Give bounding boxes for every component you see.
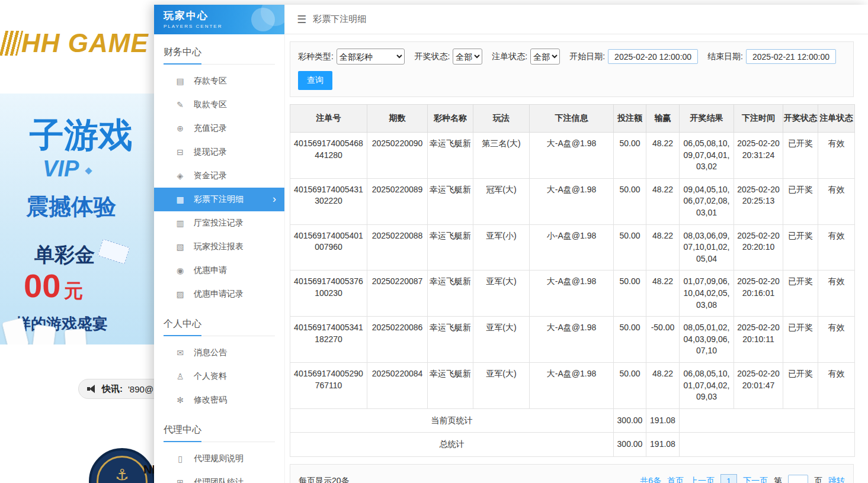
lottery-name-cell: 幸运飞艇新 <box>428 224 473 271</box>
period-cell: 20250220087 <box>367 271 428 317</box>
mahjong-tile-icon <box>31 324 56 344</box>
menu-icon[interactable]: ☰ <box>297 13 306 26</box>
sidebar-item-label: 代理团队统计 <box>194 477 244 483</box>
page-jump-input[interactable] <box>788 475 808 483</box>
win-loss-cell: 48.22 <box>646 133 680 179</box>
sidebar-item-label: 厅室投注记录 <box>194 218 244 228</box>
table-body: 40156917400546844128020250220090幸运飞艇新第三名… <box>290 133 855 457</box>
period-cell: 20250220089 <box>367 178 428 224</box>
sidebar-item-profile[interactable]: ♙个人资料 <box>154 365 284 388</box>
sidebar-item-messages[interactable]: ✉消息公告 <box>154 341 284 365</box>
logo-text: HH GAME <box>21 28 149 58</box>
draw-result-cell: 06,05,08,10,09,07,04,01,03,02 <box>680 133 734 179</box>
sidebar-item-recharge-records[interactable]: ⊕充值记录 <box>154 117 284 140</box>
logo-stripes-icon <box>0 31 23 56</box>
summary-row: 当前页统计300.00191.08 <box>290 408 855 433</box>
column-header: 注单号 <box>290 105 367 133</box>
column-header: 下注时间 <box>734 105 783 133</box>
jump-link[interactable]: 跳转 <box>828 476 845 483</box>
column-header: 彩种名称 <box>428 105 473 133</box>
bet-time-cell: 2025-02-20 20:16:01 <box>734 271 783 317</box>
win-loss-cell: 48.22 <box>646 271 680 317</box>
message-icon: ✉ <box>175 348 185 358</box>
sidebar-section-title: 代理中心 <box>164 424 275 442</box>
start-date-input[interactable] <box>608 49 698 64</box>
sidebar-item-deposit-zone[interactable]: ▤存款专区 <box>154 69 284 93</box>
bets-table: 注单号期数彩种名称玩法下注信息投注额输赢开奖结果下注时间开奖状态注单状态 401… <box>290 104 855 457</box>
sidebar-item-label: 优惠申请 <box>194 265 227 276</box>
sidebar-item-hall-bet-records[interactable]: ▥厅室投注记录 <box>154 211 284 235</box>
bet-info-cell: 大-A盘@1.98 <box>530 133 614 179</box>
banner-text-feast: 样的游戏盛宴 <box>15 314 108 334</box>
voucher-icon <box>98 239 130 264</box>
draw-status-cell: 已开奖 <box>783 133 818 179</box>
bet-id-cell: 401569174005341182270 <box>290 317 367 363</box>
total-count: 共6条 <box>640 476 661 483</box>
content-area: 彩种类型: 全部彩种 开奖状态: 全部 注单状态: 全部 开始日期: <box>285 34 868 483</box>
play-type-cell: 亚军(大) <box>473 317 530 363</box>
lottery-name-cell: 幸运飞艇新 <box>428 178 473 224</box>
play-type-cell: 冠军(大) <box>473 178 530 224</box>
banner-text-amount: 00元 <box>24 266 83 305</box>
query-button[interactable]: 查询 <box>298 71 332 90</box>
bet-amount-cell: 50.00 <box>614 224 646 271</box>
sidebar-item-withdrawal-records[interactable]: ⊟提现记录 <box>154 140 284 164</box>
prev-page-link[interactable]: 上一页 <box>690 476 715 483</box>
column-header: 输赢 <box>646 105 680 133</box>
bet-amount-cell: 50.00 <box>614 362 646 408</box>
column-header: 期数 <box>367 105 428 133</box>
play-type-cell: 第三名(大) <box>473 133 530 179</box>
lottery-type-select[interactable]: 全部彩种 <box>337 49 405 65</box>
banner-text-bonus: 单彩金 <box>34 242 95 269</box>
sidebar: 玩家中心 PLAYERS CENTER 财务中心▤存款专区✎取款专区⊕充值记录⊟… <box>154 5 285 483</box>
sidebar-item-label: 消息公告 <box>194 347 227 358</box>
sidebar-section-title: 个人中心 <box>164 318 275 336</box>
next-page-link[interactable]: 下一页 <box>743 476 768 483</box>
order-status-cell: 有效 <box>818 271 855 317</box>
period-cell: 20250220088 <box>367 224 428 271</box>
sidebar-item-lottery-bet-details[interactable]: ▦彩票下注明细 <box>154 188 284 211</box>
sidebar-item-label: 代理规则说明 <box>194 453 244 464</box>
lottery-type-label: 彩种类型: <box>298 51 334 62</box>
end-date-input[interactable] <box>746 49 836 64</box>
mahjong-tile-icon <box>64 329 87 344</box>
sidebar-item-label: 取款专区 <box>194 99 227 110</box>
sidebar-item-promo-apply[interactable]: ◉优惠申请 <box>154 259 284 282</box>
period-cell: 20250220090 <box>367 133 428 179</box>
order-status-cell: 有效 <box>818 362 855 408</box>
promo-banner: 子游戏 VIP◆ 震撼体验 单彩金 00元 样的游戏盛宴 <box>0 94 155 344</box>
sidebar-item-label: 提现记录 <box>194 147 227 157</box>
withdrawal-record-icon: ⊟ <box>175 147 185 157</box>
banner-text-vip: VIP◆ <box>43 156 92 182</box>
team-stats-icon: ⊞ <box>175 478 185 483</box>
sidebar-item-promo-apply-records[interactable]: ▨优惠申请记录 <box>154 282 284 306</box>
sidebar-item-change-password[interactable]: ✻修改密码 <box>154 388 284 412</box>
order-status-select[interactable]: 全部 <box>530 49 560 65</box>
pagination-bar: 每页显示20条 共6条 首页 上一页 1 下一页 第 页 跳转 <box>290 464 854 483</box>
win-loss-cell: 48.22 <box>646 224 680 271</box>
current-page[interactable]: 1 <box>720 474 737 483</box>
summary-label: 当前页统计 <box>290 408 614 433</box>
page-suffix: 页 <box>814 476 822 483</box>
bet-info-cell: 小-A盘@1.98 <box>530 224 614 271</box>
column-header: 下注信息 <box>530 105 614 133</box>
sidebar-item-label: 优惠申请记录 <box>194 289 244 300</box>
sidebar-item-agent-rules[interactable]: ▯代理规则说明 <box>154 447 284 471</box>
deposit-icon: ▤ <box>175 76 185 86</box>
lottery-name-cell: 幸运飞艇新 <box>428 133 473 179</box>
period-cell: 20250220086 <box>367 317 428 363</box>
first-page-link[interactable]: 首页 <box>667 476 684 483</box>
bet-time-cell: 2025-02-20 20:31:24 <box>734 133 783 179</box>
sidebar-item-fund-records[interactable]: ◈资金记录 <box>154 164 284 188</box>
page: HH GAME 子游戏 VIP◆ 震撼体验 单彩金 00元 样的游戏盛宴 快讯:… <box>0 0 868 483</box>
sidebar-nav: 财务中心▤存款专区✎取款专区⊕充值记录⊟提现记录◈资金记录▦彩票下注明细▥厅室投… <box>154 46 284 483</box>
bet-time-cell: 2025-02-20 20:25:13 <box>734 178 783 224</box>
sidebar-item-agent-team-stats[interactable]: ⊞代理团队统计 <box>154 471 284 483</box>
play-type-cell: 亚军(大) <box>473 362 530 408</box>
sidebar-item-withdraw-zone[interactable]: ✎取款专区 <box>154 93 284 117</box>
bet-info-cell: 大-A盘@1.98 <box>530 271 614 317</box>
draw-status-select[interactable]: 全部 <box>453 49 482 65</box>
sidebar-item-player-bet-report[interactable]: ▧玩家投注报表 <box>154 235 284 259</box>
win-loss-cell: 48.22 <box>646 362 680 408</box>
bet-id-cell: 401569174005376100230 <box>290 271 367 317</box>
